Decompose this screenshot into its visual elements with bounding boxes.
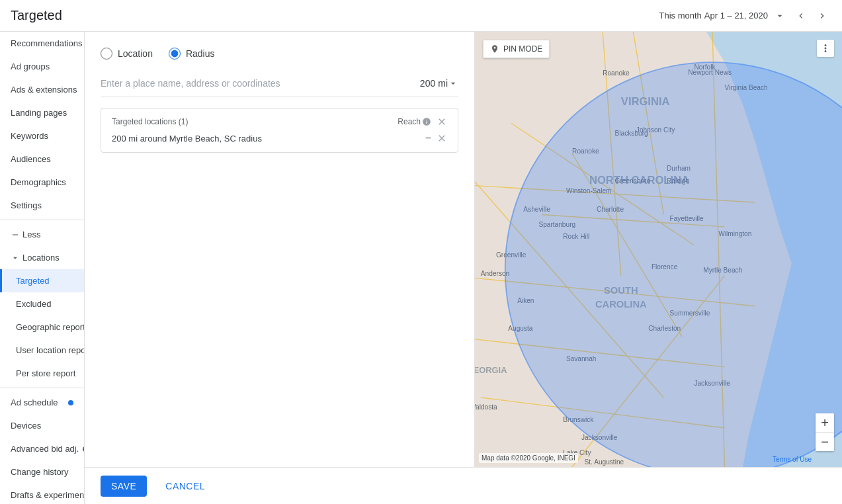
svg-text:Valdosta: Valdosta [475, 403, 497, 411]
targeted-locations-title: Targeted locations (1) [112, 117, 188, 126]
sidebar: Recommendations Ad groups Ads & extensio… [0, 32, 85, 504]
pin-mode-label: PIN MODE [503, 44, 542, 54]
sidebar-item-audiences[interactable]: Audiences [0, 147, 84, 171]
sidebar-item-recommendations[interactable]: Recommendations [0, 32, 84, 55]
targeted-locations-box: Targeted locations (1) Reach 2 [101, 108, 458, 153]
bottom-bar: SAVE CANCEL [85, 467, 842, 504]
top-bar: Targeted This month Apr 1 – 21, 2020 [0, 0, 842, 32]
address-row: 200 mi [101, 75, 458, 97]
targeting-type-group: Location Radius [101, 48, 458, 60]
radius-radio[interactable] [169, 48, 181, 60]
sidebar-less-toggle[interactable]: Less [0, 223, 84, 246]
date-range: Apr 1 – 21, 2020 [704, 11, 768, 21]
pin-mode-button[interactable]: PIN MODE [483, 40, 550, 58]
map-background: VIRGINIA NORTH CAROLINA SOUTH CAROLINA G… [475, 32, 842, 467]
left-panel: Location Radius 200 mi [85, 32, 475, 467]
sidebar-item-change-history[interactable]: Change history [0, 460, 84, 483]
locations-header: Targeted locations (1) Reach [112, 116, 447, 127]
location-radio[interactable] [101, 48, 112, 60]
sidebar-item-ad-schedule[interactable]: Ad schedule [0, 391, 84, 414]
radius-unit-selector[interactable]: mi [438, 78, 458, 89]
sidebar-locations-toggle[interactable]: Locations [0, 246, 84, 269]
svg-text:St. Augustine: St. Augustine [585, 458, 624, 466]
sidebar-item-excluded[interactable]: Excluded [0, 292, 84, 315]
sidebar-item-user-location-report[interactable]: User location report [0, 339, 84, 362]
zoom-out-button[interactable]: − [816, 433, 834, 451]
map-area: VIRGINIA NORTH CAROLINA SOUTH CAROLINA G… [475, 32, 842, 467]
close-location-btn[interactable] [437, 133, 447, 144]
close-targeted-btn[interactable] [437, 116, 447, 127]
sidebar-item-targeted[interactable]: Targeted [0, 269, 84, 292]
date-dropdown-btn[interactable] [771, 7, 789, 25]
page-title: Targeted [11, 8, 62, 23]
sidebar-item-ad-groups[interactable]: Ad groups [0, 55, 84, 78]
sidebar-item-demographics[interactable]: Demographics [0, 171, 84, 194]
top-bar-right: This month Apr 1 – 21, 2020 [659, 7, 831, 25]
svg-text:GEORGIA: GEORGIA [475, 365, 507, 375]
sidebar-item-ads-extensions[interactable]: Ads & extensions [0, 78, 84, 101]
sidebar-item-landing-pages[interactable]: Landing pages [0, 101, 84, 124]
address-input[interactable] [101, 75, 415, 91]
radius-radio-label[interactable]: Radius [169, 48, 215, 60]
sidebar-item-geographic-report[interactable]: Geographic report [0, 315, 84, 339]
location-radio-label[interactable]: Location [101, 48, 153, 60]
reach-label: Reach [398, 117, 431, 126]
sidebar-item-settings[interactable]: Settings [0, 194, 84, 217]
save-button[interactable]: SAVE [101, 476, 147, 497]
map-tos[interactable]: Terms of Use [773, 456, 812, 463]
sidebar-divider-1 [0, 220, 84, 220]
cancel-button[interactable]: CANCEL [155, 476, 216, 497]
location-entry-text: 200 mi around Myrtle Beach, SC radius [112, 134, 262, 144]
sidebar-item-keywords[interactable]: Keywords [0, 124, 84, 147]
remove-location-btn[interactable]: − [425, 132, 431, 144]
map-attribution: Map data ©2020 Google, INEGI [479, 453, 578, 463]
location-entry-row: 200 mi around Myrtle Beach, SC radius − [112, 132, 447, 144]
date-prev-btn[interactable] [792, 7, 810, 25]
map-zoom-controls: + − [816, 413, 834, 451]
map-more-button[interactable] [817, 40, 834, 57]
date-label: This month [659, 11, 702, 21]
sidebar-divider-2 [0, 388, 84, 388]
zoom-in-button[interactable]: + [816, 413, 834, 432]
content-main: Location Radius 200 mi [85, 32, 842, 467]
content-area: Location Radius 200 mi [85, 32, 842, 504]
locations-actions: Reach [398, 116, 447, 127]
sidebar-item-drafts-experiments[interactable]: Drafts & experiments [0, 483, 84, 504]
ad-schedule-dot [68, 400, 73, 405]
radius-value: 200 [420, 78, 435, 89]
sidebar-item-devices[interactable]: Devices [0, 414, 84, 437]
main-layout: Recommendations Ad groups Ads & extensio… [0, 32, 842, 504]
sidebar-item-per-store-report[interactable]: Per store report [0, 362, 84, 385]
svg-text:Roanoke: Roanoke [603, 69, 630, 77]
radius-control: 200 mi [420, 78, 458, 89]
date-next-btn[interactable] [813, 7, 831, 25]
location-row-actions: − [425, 132, 447, 144]
sidebar-item-advanced-bid-adj[interactable]: Advanced bid adj. [0, 437, 84, 460]
